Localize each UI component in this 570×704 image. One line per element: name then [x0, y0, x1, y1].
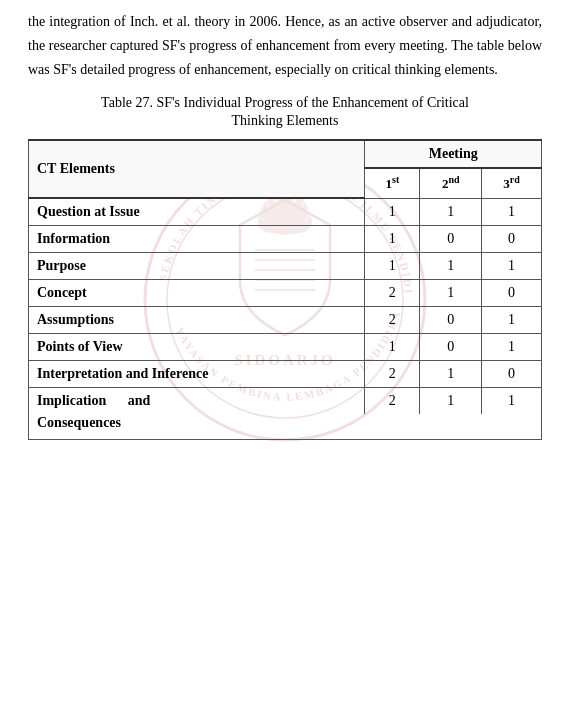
- cell-value: 1: [365, 253, 420, 280]
- row-label: Points of View: [29, 334, 365, 361]
- cell-value: 0: [482, 226, 542, 253]
- cell-value: 1: [482, 253, 542, 280]
- cell-value: 1: [365, 226, 420, 253]
- table-subtitle: Thinking Elements: [28, 113, 542, 129]
- row-label: Assumptions: [29, 307, 365, 334]
- body-paragraph: the integration of Inch. et al. theory i…: [28, 10, 542, 81]
- table-row: Question at Issue 1 1 1: [29, 198, 542, 226]
- cell-value: 1: [482, 334, 542, 361]
- cell-value: 0: [482, 361, 542, 388]
- row-label: Purpose: [29, 253, 365, 280]
- cell-value: 0: [420, 226, 482, 253]
- table-header-row: CT Elements Meeting: [29, 140, 542, 168]
- table-row-consequences: Consequences: [29, 414, 542, 440]
- cell-value: 0: [482, 280, 542, 307]
- cell-value: 1: [420, 361, 482, 388]
- cell-value: 2: [365, 388, 420, 415]
- consequences-label: Consequences: [29, 414, 542, 440]
- meeting-header: Meeting: [365, 140, 542, 168]
- cell-value: 2: [365, 361, 420, 388]
- table-row: Concept 2 1 0: [29, 280, 542, 307]
- cell-value: 0: [420, 334, 482, 361]
- cell-value: 2: [365, 307, 420, 334]
- row-label: Interpretation and Inference: [29, 361, 365, 388]
- cell-value: 0: [420, 307, 482, 334]
- row-label: Concept: [29, 280, 365, 307]
- row-label: Question at Issue: [29, 198, 365, 226]
- meeting-1-header: 1st: [365, 168, 420, 198]
- table-title: Table 27. SF's Individual Progress of th…: [28, 95, 542, 111]
- table-row: Implication and 2 1 1: [29, 388, 542, 415]
- row-label: Implication and: [29, 388, 365, 415]
- table-row: Information 1 0 0: [29, 226, 542, 253]
- table-row: Interpretation and Inference 2 1 0: [29, 361, 542, 388]
- cell-value: 1: [420, 253, 482, 280]
- cell-value: 1: [420, 280, 482, 307]
- meeting-2-header: 2nd: [420, 168, 482, 198]
- page-content: the integration of Inch. et al. theory i…: [0, 0, 570, 460]
- cell-value: 1: [420, 198, 482, 226]
- col-elements-header: CT Elements: [29, 140, 365, 198]
- cell-value: 1: [365, 198, 420, 226]
- cell-value: 1: [420, 388, 482, 415]
- data-table: CT Elements Meeting 1st 2nd 3rd Question…: [28, 139, 542, 440]
- meeting-3-header: 3rd: [482, 168, 542, 198]
- cell-value: 1: [482, 388, 542, 415]
- table-row: Points of View 1 0 1: [29, 334, 542, 361]
- cell-value: 1: [482, 198, 542, 226]
- table-row: Purpose 1 1 1: [29, 253, 542, 280]
- cell-value: 2: [365, 280, 420, 307]
- row-label: Information: [29, 226, 365, 253]
- cell-value: 1: [482, 307, 542, 334]
- table-row: Assumptions 2 0 1: [29, 307, 542, 334]
- cell-value: 1: [365, 334, 420, 361]
